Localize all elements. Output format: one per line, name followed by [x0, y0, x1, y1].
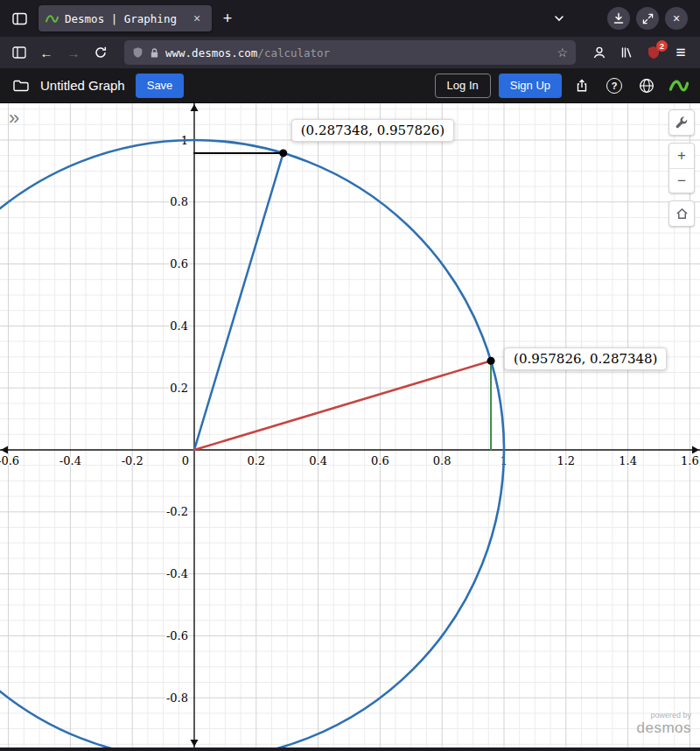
- url-host: www.desmos.com: [165, 46, 257, 60]
- lock-icon[interactable]: [150, 47, 159, 59]
- desmos-watermark: powered by desmos: [636, 712, 691, 737]
- svg-text:-0.4: -0.4: [60, 454, 81, 467]
- point-label-1[interactable]: (0.287348, 0.957826): [291, 119, 454, 142]
- svg-text:0: 0: [182, 454, 189, 467]
- svg-text:-0.2: -0.2: [166, 505, 188, 518]
- watermark-brand: desmos: [636, 720, 691, 737]
- svg-text:0.2: 0.2: [247, 454, 265, 467]
- sidebar-toggle-icon[interactable]: [7, 41, 32, 64]
- svg-text:0.8: 0.8: [170, 195, 188, 208]
- url-text: www.desmos.com/calculator: [165, 46, 550, 60]
- grid-minor: [0, 103, 700, 747]
- hamburger-menu-icon[interactable]: ≡: [668, 41, 693, 64]
- graph-settings-card: [668, 109, 695, 136]
- svg-text:1.2: 1.2: [556, 454, 575, 467]
- tracking-shield-icon[interactable]: [132, 46, 144, 59]
- share-icon[interactable]: [570, 74, 594, 98]
- svg-text:1.6: 1.6: [681, 454, 699, 467]
- graph-title[interactable]: Untitled Graph: [40, 78, 125, 93]
- save-button[interactable]: Save: [136, 74, 185, 98]
- window-controls: ×: [607, 7, 688, 30]
- browser-url-toolbar: ← → www.desmos.com/calculator ☆ 2 ≡: [0, 37, 700, 68]
- adblock-extension-icon[interactable]: 2: [641, 41, 666, 64]
- graph-controls: + −: [668, 109, 695, 227]
- svg-text:0.6: 0.6: [170, 257, 188, 270]
- desmos-favicon: [46, 12, 59, 25]
- svg-text:-0.4: -0.4: [166, 567, 188, 580]
- tab-close-icon[interactable]: ×: [189, 11, 205, 26]
- svg-text:-0.6: -0.6: [0, 454, 19, 467]
- svg-text:-0.8: -0.8: [166, 691, 188, 705]
- tab-title: Desmos | Graphing: [65, 12, 183, 25]
- graph-settings-wrench-icon[interactable]: [669, 110, 694, 135]
- svg-text:0.6: 0.6: [371, 454, 389, 467]
- point-label-2[interactable]: (0.957826, 0.287348): [504, 347, 667, 370]
- account-icon[interactable]: [587, 41, 612, 64]
- language-globe-icon[interactable]: [634, 74, 659, 98]
- window-close-icon[interactable]: ×: [665, 7, 688, 30]
- back-icon[interactable]: ←: [34, 41, 59, 64]
- list-all-tabs-icon[interactable]: [548, 7, 570, 30]
- new-tab-button[interactable]: +: [215, 6, 240, 31]
- svg-text:0.4: 0.4: [170, 319, 188, 333]
- plot-segment[interactable]: [194, 153, 284, 450]
- desmos-header: Untitled Graph Save Log In Sign Up ?: [0, 68, 700, 103]
- browser-tab-desmos[interactable]: Desmos | Graphing ×: [38, 5, 212, 32]
- expand-expressions-button[interactable]: »: [9, 109, 19, 128]
- zoom-card: + −: [668, 143, 695, 193]
- forward-icon: →: [61, 41, 86, 64]
- extensions-icon[interactable]: [614, 41, 639, 64]
- browser-window: Desmos | Graphing × + × ← →: [0, 0, 700, 751]
- default-zoom-home-icon[interactable]: [669, 201, 694, 226]
- unit-circle[interactable]: [0, 140, 504, 747]
- help-icon[interactable]: ?: [602, 74, 626, 98]
- graph-area: -0.6-0.4-0.200.20.40.60.811.21.41.610.80…: [0, 103, 700, 747]
- help-glyph: ?: [606, 78, 622, 94]
- plotted-point[interactable]: [279, 149, 287, 157]
- zoom-out-button[interactable]: −: [669, 168, 694, 193]
- svg-text:1.4: 1.4: [619, 454, 637, 467]
- svg-text:0.2: 0.2: [170, 382, 188, 395]
- extension-badge: 2: [656, 40, 668, 52]
- svg-text:0.8: 0.8: [433, 454, 452, 467]
- svg-text:-0.6: -0.6: [166, 629, 188, 642]
- firefox-view-icon[interactable]: [7, 6, 32, 31]
- reload-icon[interactable]: [88, 41, 113, 64]
- zoom-in-button[interactable]: +: [669, 144, 694, 168]
- log-in-button[interactable]: Log In: [435, 74, 491, 98]
- url-path: /calculator: [257, 46, 330, 60]
- window-close-glyph: ×: [673, 11, 680, 25]
- sign-up-button[interactable]: Sign Up: [499, 74, 562, 98]
- graph-canvas[interactable]: -0.6-0.4-0.200.20.40.60.811.21.41.610.80…: [0, 103, 700, 747]
- plotted-point[interactable]: [487, 357, 495, 365]
- restore-window-icon[interactable]: [636, 7, 659, 30]
- svg-text:0.4: 0.4: [309, 454, 327, 467]
- home-card: [668, 200, 695, 227]
- open-graph-folder-icon[interactable]: [9, 74, 33, 98]
- downloads-icon[interactable]: [607, 7, 630, 30]
- browser-tab-bar: Desmos | Graphing × + ×: [0, 0, 700, 37]
- plot-segment[interactable]: [194, 361, 491, 450]
- bottom-window-edge: [0, 747, 700, 751]
- svg-text:-0.2: -0.2: [122, 454, 144, 467]
- desmos-header-right: Log In Sign Up ?: [435, 74, 691, 98]
- bookmark-star-icon[interactable]: ☆: [556, 46, 568, 60]
- axis-arrows: [1, 104, 699, 747]
- url-bar[interactable]: www.desmos.com/calculator ☆: [124, 40, 576, 65]
- desmos-logo[interactable]: [667, 74, 691, 98]
